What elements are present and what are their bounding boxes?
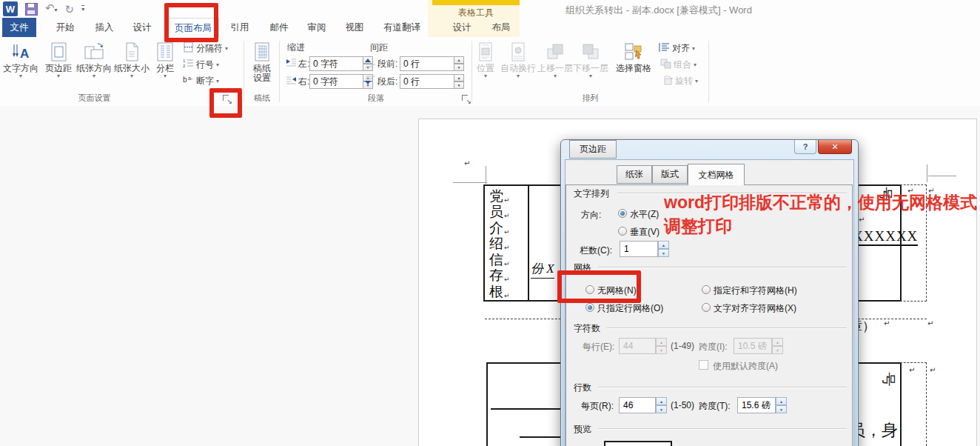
stub-char: 根 xyxy=(489,284,503,299)
text-direction-button[interactable]: A 文字方向 xyxy=(1,40,40,79)
selection-pane-button[interactable]: 选择窗格 xyxy=(613,40,654,73)
radio-vertical[interactable] xyxy=(618,227,627,236)
pilcrow-mark: ↵ xyxy=(504,212,510,219)
line-numbers-button[interactable]: 12 行号 xyxy=(183,58,219,71)
space-after-spinner[interactable]: ▲▼ xyxy=(454,74,464,89)
dialog-tab-document-grid[interactable]: 文档网格 xyxy=(688,164,745,185)
radio-line-char-grid-label[interactable]: 指定行和字符网格(H) xyxy=(714,284,797,297)
columns-spinner[interactable]: ▲▼ xyxy=(658,241,669,257)
align-icon xyxy=(659,42,670,55)
margins-icon xyxy=(47,40,70,64)
radio-horizontal-label[interactable]: 水平(Z) xyxy=(630,208,659,221)
dialog-tab-paper[interactable]: 纸张 xyxy=(617,165,652,184)
group-button[interactable]: 组合 xyxy=(660,58,697,71)
line-pitch-spinner[interactable]: ▲▼ xyxy=(776,397,787,413)
send-backward-button[interactable]: 下移一层 xyxy=(574,40,608,79)
space-before-field: 段前: xyxy=(365,56,397,71)
paragraph-dialog-launcher-icon[interactable] xyxy=(462,95,471,104)
hyphenation-icon: ba- xyxy=(183,74,194,87)
hyphenation-button[interactable]: ba- 断字 xyxy=(183,74,219,87)
space-before-input[interactable]: 0 行 xyxy=(400,56,454,71)
tab-insert[interactable]: 插入 xyxy=(85,18,124,37)
per-line-spinner[interactable]: ▲▼ xyxy=(656,338,667,354)
direction-label: 方向: xyxy=(581,209,601,222)
radio-char-align-grid-label[interactable]: 文字对齐字符网格(X) xyxy=(714,302,796,315)
line-pitch-input[interactable]: 15.6 磅 xyxy=(737,397,776,413)
tab-home[interactable]: 开始 xyxy=(46,18,84,37)
tab-table-layout[interactable]: 布局 xyxy=(483,18,520,37)
group-separator xyxy=(471,41,472,102)
arrange-group-label: 排列 xyxy=(474,93,707,104)
pilcrow-mark: ↵ xyxy=(504,276,510,283)
bring-forward-button[interactable]: 上移一层 xyxy=(538,40,572,79)
manuscript-setup-button[interactable]: 稿纸 设置 xyxy=(247,40,277,83)
svg-text:2: 2 xyxy=(183,64,186,68)
tab-review[interactable]: 审阅 xyxy=(299,18,335,37)
tab-references[interactable]: 引用 xyxy=(222,18,258,37)
rotated-char: 号 xyxy=(879,373,898,387)
radio-char-align-grid[interactable] xyxy=(702,303,711,312)
char-pitch-input[interactable]: 10.5 磅 xyxy=(734,338,772,354)
indent-left-input[interactable]: 0 字符 xyxy=(309,56,363,71)
dialog-help-button[interactable]: ? xyxy=(794,140,816,154)
tab-design[interactable]: 设计 xyxy=(124,18,160,37)
pilcrow-mark: ↵ xyxy=(504,196,510,204)
paper-size-icon xyxy=(121,40,143,64)
wrap-text-button[interactable]: 自动换行 xyxy=(500,40,536,79)
radio-vertical-label[interactable]: 垂直(V) xyxy=(630,226,660,239)
per-page-input[interactable]: 46 xyxy=(619,397,656,413)
stub-vertical-title: 党↵ 员↵ 介↵ 绍↵ 信↵ 存↵ 根↵ xyxy=(489,187,510,299)
tab-view[interactable]: 视图 xyxy=(337,18,372,37)
send-backward-icon xyxy=(580,40,602,64)
space-after-input[interactable]: 0 行 xyxy=(400,74,454,89)
per-page-spinner[interactable]: ▲▼ xyxy=(656,397,667,413)
radio-horizontal[interactable] xyxy=(618,209,627,218)
default-pitch-label[interactable]: 使用默认跨度(A) xyxy=(713,360,778,373)
customize-toolbar-icon[interactable]: ▾ xyxy=(81,5,84,13)
position-icon xyxy=(474,40,497,64)
fill-in-xxx: XXXXXX xyxy=(853,228,918,246)
radio-line-char-grid[interactable] xyxy=(702,285,711,294)
word-logo-icon[interactable]: W xyxy=(3,1,18,16)
per-line-input[interactable]: 44 xyxy=(619,338,656,354)
line-numbers-icon: 12 xyxy=(183,58,194,71)
preview-section-label: 预览 xyxy=(574,423,591,436)
dialog-tab-layout[interactable]: 版式 xyxy=(652,165,688,184)
line-count-section-label: 行数 xyxy=(574,382,591,394)
dialog-tab-margins[interactable]: 页边距 xyxy=(569,140,617,159)
save-icon[interactable] xyxy=(25,3,38,16)
char-pitch-spinner[interactable]: ▲▼ xyxy=(772,338,783,354)
rotate-button[interactable]: 旋转 xyxy=(662,74,698,87)
margins-button[interactable]: 页边距 xyxy=(42,40,75,79)
dialog-close-button[interactable]: ✕ xyxy=(818,140,852,154)
columns-input[interactable]: 1 xyxy=(620,241,658,257)
selection-pane-icon xyxy=(622,40,645,64)
align-button[interactable]: 对齐 xyxy=(659,41,695,55)
pilcrow-mark: ↵ xyxy=(464,159,470,167)
tab-table-design[interactable]: 设计 xyxy=(441,18,483,37)
pilcrow-mark: ↵ xyxy=(927,319,933,327)
default-pitch-checkbox[interactable] xyxy=(699,360,708,370)
space-after-icon xyxy=(365,76,376,87)
redo-icon[interactable]: ↻ xyxy=(65,4,75,15)
space-before-spinner[interactable]: ▲▼ xyxy=(454,56,464,71)
radio-line-grid-only-label[interactable]: 只指定行网格(O) xyxy=(597,302,663,315)
radio-line-grid-only[interactable] xyxy=(585,303,594,312)
columns-button[interactable]: 分栏 xyxy=(151,40,179,79)
breaks-button[interactable]: 分隔符 xyxy=(183,41,228,55)
undo-icon[interactable]: ↶▾ xyxy=(45,2,58,16)
rotate-objects-icon xyxy=(662,75,673,87)
stub-char: 信 xyxy=(489,252,503,267)
position-button[interactable]: 位置 xyxy=(474,40,497,79)
orientation-button[interactable]: 纸张方向 xyxy=(75,40,113,79)
tab-youdao[interactable]: 有道翻译 xyxy=(375,18,429,37)
pilcrow-mark: ↵ xyxy=(504,244,510,251)
ribbon-tab-row: 文件 开始 插入 设计 页面布局 引用 邮件 审阅 视图 有道翻译 设计 布局 xyxy=(0,18,980,37)
manuscript-paper-icon xyxy=(251,40,273,64)
per-page-label: 每页(R): xyxy=(581,400,614,413)
tab-file[interactable]: 文件 xyxy=(2,18,36,37)
tab-mailings[interactable]: 邮件 xyxy=(261,18,297,37)
paper-size-button[interactable]: 纸张大小 xyxy=(113,40,150,79)
indent-right-input[interactable]: 0 字符 xyxy=(309,74,363,89)
title-bar: W ↶▾ ↻ ▾ 表格工具 组织关系转出 - 副本.docx [兼容模式] - … xyxy=(0,0,980,18)
